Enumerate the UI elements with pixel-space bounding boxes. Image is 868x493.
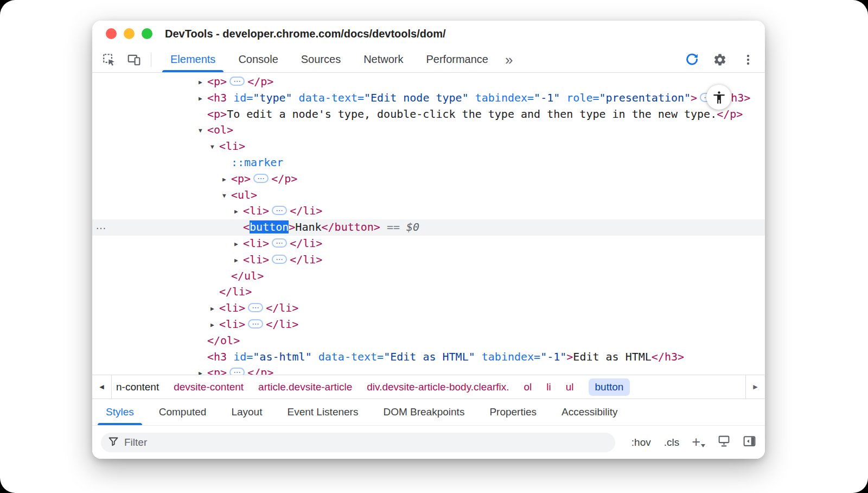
expand-ellipsis-button[interactable]: ⋯ <box>229 77 245 86</box>
breadcrumb-scroll-left-icon[interactable]: ◀ <box>92 375 112 399</box>
expand-ellipsis-button[interactable]: ⋯ <box>272 238 287 248</box>
kebab-menu-icon[interactable] <box>740 52 756 68</box>
monitor-icon[interactable] <box>717 434 731 451</box>
device-toolbar-icon[interactable] <box>126 52 142 68</box>
tab-performance[interactable]: Performance <box>415 47 500 72</box>
expand-ellipsis-button[interactable]: ⋯ <box>229 368 245 375</box>
twisty-icon[interactable]: ▶ <box>222 172 231 188</box>
more-tabs-icon[interactable]: » <box>505 53 513 67</box>
code-token-text <box>227 350 233 363</box>
breadcrumb-item-li[interactable]: li <box>546 381 551 393</box>
twisty-icon[interactable]: ▶ <box>234 204 243 220</box>
element-classes-toggle[interactable]: .cls <box>663 435 680 450</box>
twisty-icon[interactable]: ▼ <box>199 123 207 139</box>
code-token-tag: <p> <box>231 172 251 185</box>
gear-icon[interactable] <box>712 52 728 68</box>
sidebar-tab-layout[interactable]: Layout <box>219 399 275 425</box>
twisty-icon[interactable]: ▶ <box>199 365 207 375</box>
dom-tree-row-selected[interactable]: …<button>Hank</button> == $0 <box>92 219 765 236</box>
breadcrumb-item-ul[interactable]: ul <box>566 381 574 393</box>
code-token-tag: <li> <box>243 204 269 217</box>
tab-console[interactable]: Console <box>227 47 289 72</box>
code-token-tag: <h3 <box>207 350 227 363</box>
code-token-text: Edit as HTML <box>573 350 652 363</box>
dom-tree-row[interactable]: ▶<li>⋯</li> <box>92 300 765 317</box>
code-token-val: "Edit as HTML" <box>384 350 475 363</box>
dom-tree-row[interactable]: ▶<li>⋯</li> <box>92 252 765 268</box>
expand-ellipsis-button[interactable]: ⋯ <box>253 174 269 183</box>
code-token-text <box>227 91 233 104</box>
twisty-icon[interactable]: ▼ <box>210 139 219 155</box>
expand-ellipsis-button[interactable]: ⋯ <box>248 319 263 328</box>
dom-tree-row[interactable]: <h3 id="as-html" data-text="Edit as HTML… <box>92 349 765 365</box>
styles-filter-input[interactable] <box>124 437 569 448</box>
expand-ellipsis-button[interactable]: ⋯ <box>272 255 287 264</box>
sidebar-tab-computed[interactable]: Computed <box>146 399 219 425</box>
twisty-icon[interactable]: ▶ <box>210 317 219 333</box>
twisty-icon[interactable]: ▶ <box>234 252 243 269</box>
sidebar-tab-accessibility[interactable]: Accessibility <box>549 399 630 425</box>
pseudo-state-toggle[interactable]: :hov <box>631 435 652 450</box>
dom-tree-row[interactable]: ▶<li>⋯</li> <box>92 203 765 219</box>
dom-tree-row[interactable]: </ol> <box>92 333 765 349</box>
refresh-icon[interactable] <box>684 52 700 68</box>
dom-tree-row[interactable]: ::marker <box>92 155 765 171</box>
code-token-tag: </li> <box>290 204 322 217</box>
screenshot-canvas: DevTools - developer.chrome.com/docs/dev… <box>0 0 868 493</box>
zoom-window-button[interactable] <box>142 28 152 39</box>
sidebar-tab-event-listeners[interactable]: Event Listeners <box>275 399 371 425</box>
dom-tree-row[interactable]: ▼<ul> <box>92 187 765 204</box>
code-token-tag: <ol> <box>207 123 233 136</box>
accessibility-person-icon <box>706 85 731 110</box>
expand-ellipsis-button[interactable]: ⋯ <box>272 206 287 215</box>
sidebar-tab-styles[interactable]: Styles <box>93 399 146 425</box>
devtools-window: DevTools - developer.chrome.com/docs/dev… <box>92 21 765 459</box>
twisty-icon[interactable]: ▶ <box>234 236 243 252</box>
dom-tree-row[interactable]: ▶<p>⋯</p> <box>92 365 765 375</box>
panel-tabs: ElementsConsoleSourcesNetworkPerformance <box>159 47 500 72</box>
code-token-attr: tabindex= <box>475 91 534 104</box>
dom-tree-row[interactable]: ▶<li>⋯</li> <box>92 317 765 333</box>
dom-tree-row[interactable]: ▼<li> <box>92 138 765 155</box>
twisty-icon[interactable]: ▶ <box>199 74 207 91</box>
dom-tree-row[interactable]: ▶<p>⋯</p> <box>92 171 765 187</box>
code-token-tag: </p> <box>271 172 297 185</box>
dom-tree-row[interactable]: ▶<li>⋯</li> <box>92 236 765 252</box>
breadcrumb-item-div-devsite-article-body-clearfix[interactable]: div.devsite-article-body.clearfix. <box>367 381 509 393</box>
breadcrumb-item-button[interactable]: button <box>589 378 630 396</box>
filter-funnel-icon <box>108 436 119 449</box>
twisty-icon[interactable]: ▼ <box>222 188 231 204</box>
dom-tree-row[interactable]: ▶<h3 id="type" data-text="Edit node type… <box>92 90 765 106</box>
toggle-sidebar-icon[interactable] <box>743 434 756 451</box>
tab-sources[interactable]: Sources <box>290 47 352 72</box>
dom-tree-row[interactable]: ▶<p>⋯</p> <box>92 74 765 90</box>
breadcrumb-item-ol[interactable]: ol <box>524 381 532 393</box>
code-token-tag: </p> <box>247 75 273 88</box>
titlebar: DevTools - developer.chrome.com/docs/dev… <box>92 21 765 47</box>
expand-ellipsis-button[interactable]: ⋯ <box>248 303 263 312</box>
tab-network[interactable]: Network <box>352 47 414 72</box>
twisty-icon[interactable]: ▶ <box>199 91 207 107</box>
breadcrumb-item-devsite-content[interactable]: devsite-content <box>174 381 244 393</box>
styles-filter-field[interactable] <box>101 433 615 452</box>
dom-tree-row[interactable]: </ul> <box>92 268 765 285</box>
breadcrumb-item-article-devsite-article[interactable]: article.devsite-article <box>258 381 352 393</box>
minimize-window-button[interactable] <box>124 28 135 39</box>
sidebar-tab-properties[interactable]: Properties <box>477 399 549 425</box>
breadcrumb: n-contentdevsite-contentarticle.devsite-… <box>112 375 745 399</box>
breadcrumb-scroll-right-icon[interactable]: ▶ <box>745 375 765 399</box>
code-token-val: "-1" <box>540 350 566 363</box>
breadcrumb-item-n-content[interactable]: n-content <box>116 381 159 393</box>
dom-tree-row[interactable]: </li> <box>92 284 765 300</box>
twisty-icon[interactable]: ▶ <box>210 301 219 317</box>
tab-elements[interactable]: Elements <box>159 47 227 72</box>
sidebar-tab-dom-breakpoints[interactable]: DOM Breakpoints <box>371 399 477 425</box>
dom-tree-row[interactable]: <p>To edit a node's type, double-click t… <box>92 106 765 123</box>
row-overflow-dots[interactable]: … <box>95 218 106 234</box>
code-token-tag: </li> <box>290 237 322 250</box>
code-token-text: Hank <box>295 220 321 233</box>
new-style-rule-button[interactable]: + <box>692 435 705 450</box>
dom-tree-row[interactable]: ▼<ol> <box>92 122 765 138</box>
inspect-element-icon[interactable] <box>101 52 117 68</box>
close-window-button[interactable] <box>106 28 117 39</box>
